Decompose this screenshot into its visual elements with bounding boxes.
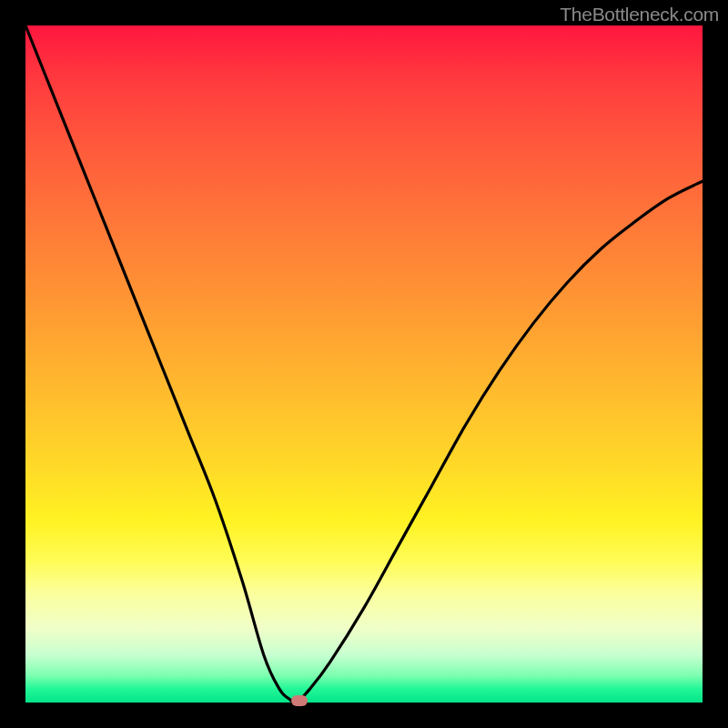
bottleneck-curve bbox=[25, 25, 703, 703]
minimum-marker bbox=[291, 695, 308, 706]
plot-area bbox=[25, 25, 703, 703]
curve-path bbox=[25, 25, 703, 703]
chart-frame: TheBottleneck.com bbox=[0, 0, 728, 728]
attribution-text: TheBottleneck.com bbox=[560, 4, 719, 25]
